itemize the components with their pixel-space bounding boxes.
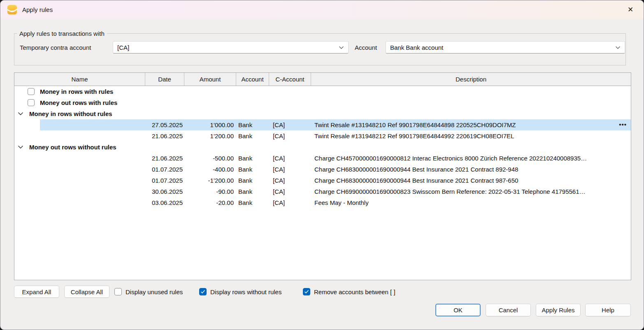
app-logo-icon: [7, 5, 17, 15]
chevron-down-icon: [339, 46, 344, 49]
contra-account-select[interactable]: [CA]: [113, 41, 349, 53]
chevron-down-icon: [615, 46, 621, 49]
apply-rules-dialog: Apply rules ✕ Apply rules to transaction…: [0, 0, 644, 330]
section-row-label: Money out rows without rules: [29, 144, 116, 151]
toolbar-checkbox-1[interactable]: Display rows without rules: [199, 286, 281, 298]
cell-account: Bank: [236, 188, 269, 195]
cell-amount: -90.00: [184, 188, 236, 195]
transaction-row[interactable]: 01.07.2025-1’200.00Bank[CA]Charge CH6830…: [14, 175, 631, 186]
checkbox[interactable]: [303, 288, 310, 295]
account-value: Bank Bank account: [390, 44, 443, 51]
cell-c-account: [CA]: [269, 132, 311, 139]
cell-account: Bank: [236, 166, 269, 173]
section-row-label: Money in rows without rules: [29, 110, 112, 117]
checkbox[interactable]: [199, 288, 207, 295]
section-row[interactable]: Money in rows without rules: [14, 108, 631, 119]
collapse-all-button[interactable]: Collapse All: [64, 286, 109, 298]
cell-date: 21.06.2025: [145, 132, 184, 139]
cell-c-account: [CA]: [269, 121, 311, 128]
cell-description: Fees May - Monthly: [311, 199, 631, 206]
row-checkbox[interactable]: [28, 88, 35, 95]
toolbar-checkbox-0[interactable]: Display unused rules: [114, 286, 183, 298]
groupbox-legend: Apply rules to transactions with: [17, 30, 107, 37]
filter-groupbox: Apply rules to transactions with Tempora…: [14, 30, 626, 65]
column-header-date[interactable]: Date: [145, 73, 184, 86]
transaction-row[interactable]: 21.06.20251’200.00Bank[CA]Twint Resale #…: [14, 130, 631, 142]
account-label: Account: [355, 44, 386, 51]
cell-description: Twint Resale #131948212 Ref 9901798E6484…: [311, 132, 631, 139]
toolbar-checkbox-2[interactable]: Remove accounts between [ ]: [303, 286, 395, 298]
transactions-table: Name Date Amount Account C-Account Descr…: [14, 72, 631, 280]
group-row-label: Money in rows with rules: [40, 88, 113, 95]
cell-account: Bank: [236, 155, 269, 162]
cell-date: 21.06.2025: [145, 155, 184, 162]
expand-all-button[interactable]: Expand All: [14, 286, 59, 298]
cell-amount: -500.00: [184, 155, 236, 162]
table-header: Name Date Amount Account C-Account Descr…: [14, 73, 631, 86]
column-header-description[interactable]: Description: [311, 73, 631, 86]
cell-date: 01.07.2025: [145, 177, 184, 184]
row-more-icon[interactable]: •••: [619, 121, 627, 128]
cell-description: Charge CH6830000001690000944 Best Insura…: [311, 166, 631, 173]
checkbox[interactable]: [114, 288, 122, 295]
column-header-account[interactable]: Account: [236, 73, 269, 86]
group-checkbox-row[interactable]: Money in rows with rules: [14, 86, 631, 97]
column-header-c-account[interactable]: C-Account: [269, 73, 311, 86]
cell-description: Charge CH6830000001690000944 Best Insura…: [311, 177, 631, 184]
transaction-row[interactable]: 27.05.20251’000.00Bank[CA]Twint Resale #…: [14, 119, 631, 130]
ok-button[interactable]: OK: [435, 304, 481, 316]
cell-amount: 1’200.00: [184, 132, 236, 139]
transaction-row[interactable]: 30.06.2025-90.00Bank[CA]Charge CH6990000…: [14, 186, 631, 197]
window-title: Apply rules: [22, 6, 53, 13]
check-icon: [200, 290, 205, 294]
transaction-row[interactable]: 21.06.2025-500.00Bank[CA]Charge CH457000…: [14, 153, 631, 164]
cell-amount: -20.00: [184, 199, 236, 206]
cell-account: Bank: [236, 199, 269, 206]
cell-amount: -1’200.00: [184, 177, 236, 184]
cancel-button[interactable]: Cancel: [486, 304, 531, 316]
cell-description: Twint Resale #131948210 Ref 9901798E6484…: [311, 121, 631, 128]
cell-c-account: [CA]: [269, 166, 311, 173]
cell-amount: 1’000.00: [184, 121, 236, 128]
cell-description: Charge CH6990000001690000823 Swisscom Be…: [311, 188, 631, 195]
transaction-row[interactable]: 03.06.2025-20.00Bank[CA]Fees May - Month…: [14, 197, 631, 208]
cell-c-account: [CA]: [269, 155, 311, 162]
cell-date: 03.06.2025: [145, 199, 184, 206]
cell-c-account: [CA]: [269, 199, 311, 206]
apply-rules-button[interactable]: Apply Rules: [536, 304, 581, 316]
checkbox-label: Remove accounts between [ ]: [314, 288, 395, 295]
contra-account-value: [CA]: [117, 44, 129, 51]
cell-account: Bank: [236, 121, 269, 128]
transaction-row[interactable]: 01.07.2025-400.00Bank[CA]Charge CH683000…: [14, 164, 631, 175]
check-icon: [304, 290, 309, 294]
account-select[interactable]: Bank Bank account: [386, 41, 625, 53]
filter-row: Temporary contra account [CA] Account Ba…: [20, 41, 625, 53]
cell-date: 27.05.2025: [145, 121, 184, 128]
title-bar: Apply rules ✕: [0, 0, 644, 19]
column-header-amount[interactable]: Amount: [184, 73, 236, 86]
cell-date: 01.07.2025: [145, 166, 184, 173]
cell-account: Bank: [236, 177, 269, 184]
checkbox-label: Display rows without rules: [210, 288, 281, 295]
cell-amount: -400.00: [184, 166, 236, 173]
contra-account-label: Temporary contra account: [20, 44, 113, 51]
row-checkbox[interactable]: [28, 99, 35, 106]
checkbox-label: Display unused rules: [126, 288, 183, 295]
group-checkbox-row[interactable]: Money out rows with rules: [14, 97, 631, 108]
group-row-label: Money out rows with rules: [40, 99, 117, 106]
column-header-name[interactable]: Name: [14, 73, 145, 86]
cell-account: Bank: [236, 132, 269, 139]
cell-c-account: [CA]: [269, 177, 311, 184]
cell-description: Charge CH4570000001690000812 Interac Ele…: [311, 155, 631, 162]
close-icon[interactable]: ✕: [625, 4, 636, 15]
chevron-down-icon[interactable]: [18, 145, 23, 149]
cell-c-account: [CA]: [269, 188, 311, 195]
help-button[interactable]: Help: [585, 304, 631, 316]
chevron-down-icon[interactable]: [18, 112, 23, 116]
cell-date: 30.06.2025: [145, 188, 184, 195]
table-body: Money in rows with rulesMoney out rows w…: [14, 86, 631, 208]
section-row[interactable]: Money out rows without rules: [14, 142, 631, 153]
